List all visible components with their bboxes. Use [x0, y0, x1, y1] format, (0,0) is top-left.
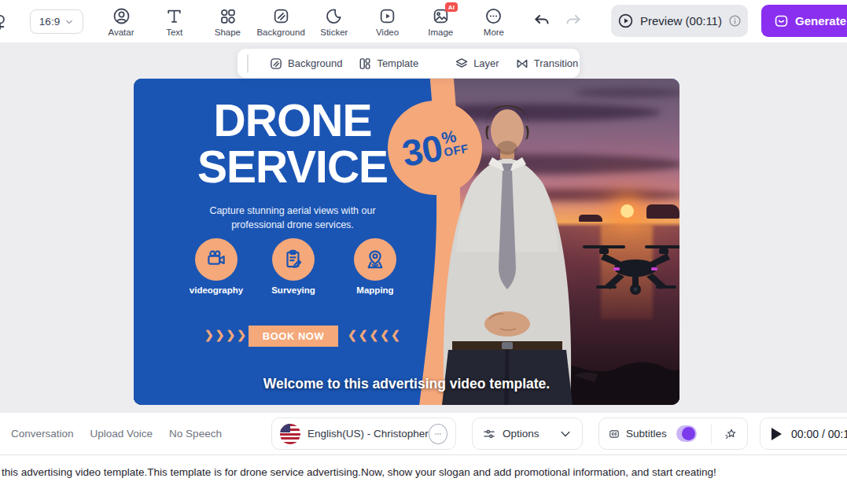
- subtitles-label: Subtitles: [626, 428, 667, 440]
- top-toolbar: 16:9 Avatar Text Shape: [0, 0, 847, 42]
- background-icon: [269, 57, 283, 71]
- tool-background[interactable]: Background: [256, 4, 306, 37]
- tool-label: Background: [256, 28, 304, 37]
- tool-text[interactable]: Text: [149, 4, 200, 37]
- voice-name: English(US) - Christopher: [307, 428, 429, 440]
- voice-more-button[interactable]: [429, 424, 447, 444]
- canvas-template-button[interactable]: Template: [358, 57, 418, 71]
- canvas-template-label: Template: [377, 57, 418, 69]
- avatar-icon: [112, 7, 131, 25]
- tool-label: Image: [428, 28, 453, 37]
- color-swatch[interactable]: [247, 54, 249, 73]
- script-text[interactable]: this advertising video template.This tem…: [2, 466, 716, 478]
- canvas-transition-label: Transition: [534, 57, 579, 69]
- preview-label: Preview (00:11): [640, 14, 722, 28]
- canvas-layer-label: Layer: [473, 57, 499, 69]
- subtitles-control: Subtitles: [598, 418, 748, 450]
- chevron-down-icon: [64, 17, 74, 27]
- magic-star-icon[interactable]: [724, 425, 738, 443]
- app-root: 16:9 Avatar Text Shape: [0, 0, 847, 504]
- subtitles-toggle[interactable]: [676, 425, 698, 442]
- feature-mapping[interactable]: Mapping: [332, 238, 418, 295]
- layer-icon: [455, 57, 469, 71]
- tab-upload-voice[interactable]: Upload Voice: [90, 428, 153, 440]
- sliders-icon: [482, 427, 496, 441]
- generate-label: Generate: [795, 14, 846, 28]
- feature-circle: [272, 238, 315, 281]
- feature-surveying[interactable]: Surveying: [250, 238, 337, 295]
- closed-captions-icon: [609, 426, 620, 442]
- feature-circle: [195, 238, 238, 281]
- generate-button[interactable]: Generate: [761, 5, 847, 37]
- workspace: Background Template Layer Tra: [0, 42, 847, 413]
- canvas-background-label: Background: [288, 57, 342, 69]
- tool-label: Avatar: [108, 28, 134, 37]
- undo-icon[interactable]: [532, 11, 552, 31]
- transition-icon: [515, 57, 529, 71]
- feature-videography[interactable]: videography: [173, 238, 260, 295]
- tool-more[interactable]: More: [469, 4, 519, 37]
- canvas-transition-button[interactable]: Transition: [515, 57, 579, 71]
- ellipsis-icon: [433, 429, 444, 440]
- canvas-title[interactable]: DRONE SERVICE: [135, 97, 450, 190]
- tool-label: More: [484, 28, 504, 37]
- canvas-toolbar: Background Template Layer Tra: [238, 49, 580, 78]
- template-icon: [358, 57, 372, 71]
- video-camera-icon: [204, 248, 228, 271]
- video-canvas[interactable]: 30 % OFF: [134, 79, 679, 405]
- tab-conversation[interactable]: Conversation: [11, 428, 74, 440]
- feature-label: Mapping: [332, 285, 418, 295]
- cta-arrows-right: ❮❮❮❮❮: [348, 329, 402, 341]
- tab-no-speech[interactable]: No Speech: [169, 428, 222, 440]
- voice-selector[interactable]: English(US) - Christopher: [271, 418, 456, 450]
- canvas-layer-button[interactable]: Layer: [455, 57, 499, 71]
- shape-icon: [219, 7, 237, 25]
- preview-play-icon: [617, 13, 634, 29]
- playback-time: 00:00 / 00:1: [791, 428, 847, 440]
- book-now-button[interactable]: BOOK NOW: [249, 326, 338, 347]
- tool-video[interactable]: Video: [363, 4, 413, 37]
- options-dropdown[interactable]: Options: [472, 418, 583, 450]
- tool-image[interactable]: AI Image: [415, 4, 466, 37]
- tool-list: Avatar Text Shape Background: [96, 4, 519, 37]
- tool-label: Video: [376, 28, 399, 37]
- tool-avatar[interactable]: Avatar: [96, 4, 146, 37]
- text-icon: [165, 7, 183, 25]
- info-icon: [728, 14, 742, 28]
- playback-control[interactable]: 00:00 / 00:1: [760, 418, 847, 450]
- background-icon: [272, 7, 290, 25]
- aspect-ratio-button[interactable]: 16:9: [30, 9, 83, 34]
- map-pin-icon: [363, 248, 387, 271]
- clipped-tool-icon[interactable]: [0, 13, 9, 31]
- title-line-1: DRONE: [135, 97, 450, 144]
- tool-label: Sticker: [320, 28, 348, 37]
- voice-bar: Conversation Upload Voice No Speech Engl…: [0, 413, 847, 454]
- feature-circle: [354, 238, 396, 281]
- script-area: this advertising video template.This tem…: [0, 454, 847, 504]
- sticker-icon: [325, 7, 343, 25]
- title-line-2: SERVICE: [135, 144, 450, 190]
- generate-icon: [774, 13, 789, 28]
- feature-label: Surveying: [250, 285, 337, 295]
- play-icon[interactable]: [772, 428, 782, 440]
- us-flag-icon: [280, 424, 300, 444]
- chevron-down-icon: [558, 427, 573, 441]
- canvas-subtitle[interactable]: Capture stunning aerial views with our p…: [202, 204, 383, 232]
- options-label: Options: [503, 428, 540, 440]
- more-icon: [484, 7, 503, 25]
- clipboard-icon: [282, 248, 305, 271]
- redo-icon[interactable]: [563, 11, 584, 31]
- tool-shape[interactable]: Shape: [202, 4, 252, 37]
- tool-label: Shape: [215, 28, 241, 37]
- video-icon: [378, 7, 396, 25]
- tool-label: Text: [166, 28, 182, 37]
- preview-button[interactable]: Preview (00:11): [611, 5, 748, 37]
- tool-sticker[interactable]: Sticker: [309, 4, 359, 37]
- ai-badge: AI: [445, 2, 458, 12]
- aspect-ratio-value: 16:9: [39, 16, 60, 28]
- divider: [711, 425, 712, 443]
- feature-label: videography: [173, 285, 260, 295]
- subtitle-caption[interactable]: Welcome to this advertising video templa…: [134, 376, 679, 392]
- canvas-background-button[interactable]: Background: [269, 57, 342, 71]
- voice-tabs: Conversation Upload Voice No Speech: [11, 413, 222, 454]
